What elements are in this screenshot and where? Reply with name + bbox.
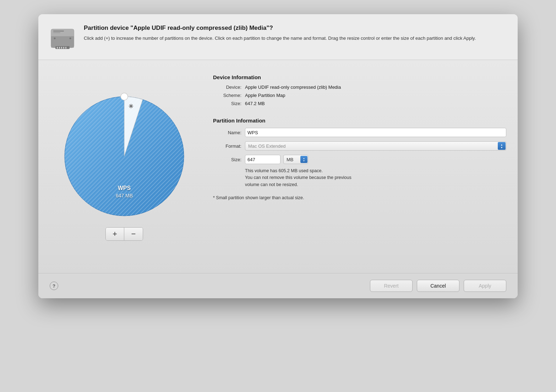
format-row: Format: Mac OS Extended Mac OS Extended … bbox=[213, 141, 506, 151]
size-row: Size: MB GB TB bbox=[213, 155, 506, 164]
device-row: Device: Apple UDIF read-only compressed … bbox=[213, 85, 506, 90]
notice-line3: volume can not be resized. bbox=[245, 182, 298, 187]
svg-text:✳: ✳ bbox=[129, 103, 133, 109]
svg-rect-2 bbox=[51, 33, 74, 36]
device-label: Device: bbox=[213, 85, 241, 90]
dialog-description: Click add (+) to increase the number of … bbox=[84, 35, 506, 42]
svg-rect-10 bbox=[63, 47, 64, 49]
scheme-value: Apple Partition Map bbox=[245, 93, 285, 98]
partition-controls: + − bbox=[105, 227, 143, 241]
svg-text:WPS: WPS bbox=[118, 185, 131, 191]
help-button[interactable]: ? bbox=[50, 282, 58, 290]
footer: ? Revert Cancel Apply bbox=[38, 273, 518, 298]
size-input[interactable] bbox=[245, 155, 280, 164]
svg-point-13 bbox=[70, 38, 71, 39]
revert-button[interactable]: Revert bbox=[370, 280, 413, 292]
disk-icon bbox=[48, 24, 77, 53]
size-unit-wrapper: MB GB TB bbox=[283, 155, 308, 164]
svg-rect-8 bbox=[59, 47, 60, 49]
svg-rect-9 bbox=[61, 47, 62, 49]
device-size-value: 647.2 MB bbox=[245, 101, 265, 106]
pie-chart: ✳ WPS 647 MB bbox=[60, 92, 188, 220]
svg-rect-3 bbox=[53, 31, 64, 32]
dialog-header: Partition device "Apple UDIF read-only c… bbox=[38, 14, 518, 60]
chart-area: ✳ WPS 647 MB + − bbox=[50, 71, 199, 262]
device-size-row: Size: 647.2 MB bbox=[213, 101, 506, 106]
dialog-content: ✳ WPS 647 MB + − Device Information bbox=[38, 60, 518, 273]
svg-rect-11 bbox=[65, 47, 66, 49]
scheme-row: Scheme: Apple Partition Map bbox=[213, 93, 506, 98]
scheme-label: Scheme: bbox=[213, 93, 241, 98]
info-panel: Device Information Device: Apple UDIF re… bbox=[213, 71, 506, 262]
device-value: Apple UDIF read-only compressed (zlib) M… bbox=[245, 85, 341, 90]
footnote: * Small partition shown larger than actu… bbox=[213, 195, 506, 200]
format-select[interactable]: Mac OS Extended Mac OS Extended (Journal… bbox=[245, 141, 506, 151]
notice-line1: This volume has 605.2 MB used space. bbox=[245, 168, 323, 173]
device-info-title: Device Information bbox=[213, 74, 506, 80]
svg-rect-7 bbox=[57, 47, 58, 49]
format-label: Format: bbox=[213, 143, 241, 149]
name-label: Name: bbox=[213, 130, 241, 135]
svg-point-12 bbox=[54, 38, 56, 39]
device-size-label: Size: bbox=[213, 101, 241, 106]
device-info-section: Device Information Device: Apple UDIF re… bbox=[213, 74, 506, 109]
partition-info-section: Partition Information Name: Format: Mac … bbox=[213, 118, 506, 200]
name-row: Name: bbox=[213, 128, 506, 137]
name-input[interactable] bbox=[245, 128, 506, 137]
add-partition-button[interactable]: + bbox=[106, 228, 124, 240]
partition-info-title: Partition Information bbox=[213, 118, 506, 124]
remove-partition-button[interactable]: − bbox=[124, 228, 143, 240]
size-label: Size: bbox=[213, 157, 241, 162]
cancel-button[interactable]: Cancel bbox=[417, 280, 459, 292]
format-select-wrapper: Mac OS Extended Mac OS Extended (Journal… bbox=[245, 141, 506, 151]
notice-text: This volume has 605.2 MB used space. You… bbox=[245, 168, 506, 188]
dialog-title: Partition device "Apple UDIF read-only c… bbox=[84, 24, 506, 32]
svg-point-18 bbox=[121, 93, 128, 100]
notice-line2: You can not remove this volume because t… bbox=[245, 175, 351, 180]
svg-rect-4 bbox=[53, 32, 60, 33]
size-unit-select[interactable]: MB GB TB bbox=[283, 155, 308, 164]
svg-text:647 MB: 647 MB bbox=[116, 193, 133, 198]
header-text: Partition device "Apple UDIF read-only c… bbox=[84, 24, 506, 42]
apply-button[interactable]: Apply bbox=[464, 280, 506, 292]
